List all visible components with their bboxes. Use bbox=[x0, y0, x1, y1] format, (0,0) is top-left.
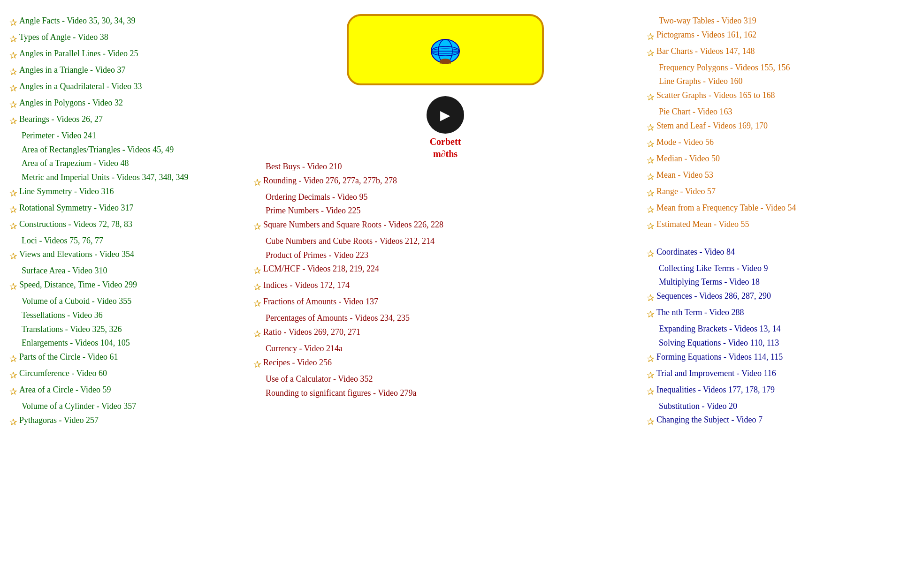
list-item: ✰Types of Angle - Video 38 bbox=[9, 30, 244, 47]
item-text: Indices - Videos 172, 174 bbox=[263, 279, 350, 293]
list-item: ✰Square Numbers and Square Roots - Video… bbox=[253, 218, 637, 234]
star-icon: ✰ bbox=[253, 175, 261, 190]
corbett-text: Corbett bbox=[430, 136, 461, 147]
list-item: ✰Recipes - Video 256 bbox=[253, 356, 637, 372]
list-item: ✰Indices - Videos 172, 174 bbox=[253, 279, 637, 295]
item-text: Area of a Trapezium - Video 48 bbox=[22, 157, 129, 171]
item-text: Collecting Like Terms - Video 9 bbox=[659, 262, 768, 276]
item-text: Frequency Polygons - Videos 155, 156 bbox=[659, 61, 790, 75]
list-item: ✰Sequences - Videos 286, 287, 290 bbox=[647, 289, 891, 306]
right-column: Two-way Tables - Video 319✰Pictograms - … bbox=[647, 14, 891, 430]
list-item: ✰Angles in a Quadrilateral - Video 33 bbox=[9, 80, 244, 96]
item-text: Tessellations - Video 36 bbox=[22, 309, 103, 323]
maths-text: m∂ths bbox=[433, 149, 458, 159]
list-item: ✰Pictograms - Videos 161, 162 bbox=[647, 28, 891, 45]
list-item: ✰Constructions - Videos 72, 78, 83 bbox=[9, 218, 244, 234]
list-item: ✰Rounding - Video 276, 277a, 277b, 278 bbox=[253, 174, 637, 190]
logo-circle bbox=[427, 96, 464, 134]
star-icon: ✰ bbox=[253, 219, 261, 234]
list-item: Prime Numbers - Video 225 bbox=[253, 204, 637, 218]
yellow-box bbox=[347, 14, 544, 85]
item-text: The nth Term - Video 288 bbox=[656, 306, 744, 320]
star-icon: ✰ bbox=[647, 45, 655, 61]
list-item: ✰Angles in a Triangle - Video 37 bbox=[9, 63, 244, 80]
star-icon: ✰ bbox=[9, 202, 17, 218]
list-item: ✰Mode - Video 56 bbox=[647, 136, 891, 152]
main-layout: ✰Angle Facts - Video 35, 30, 34, 39✰Type… bbox=[9, 14, 891, 430]
list-item: Pie Chart - Video 163 bbox=[647, 105, 891, 119]
item-text: Loci - Videos 75, 76, 77 bbox=[22, 234, 103, 248]
page-wrapper: ✰Angle Facts - Video 35, 30, 34, 39✰Type… bbox=[9, 14, 891, 430]
star-icon: ✰ bbox=[647, 136, 655, 152]
star-icon: ✰ bbox=[647, 246, 655, 262]
list-item: Currency - Video 214a bbox=[253, 342, 637, 356]
star-icon: ✰ bbox=[9, 415, 17, 430]
item-text: LCM/HCF - Videos 218, 219, 224 bbox=[263, 262, 379, 276]
right-top-section: Two-way Tables - Video 319✰Pictograms - … bbox=[647, 14, 891, 234]
list-item: ✰Line Symmetry - Video 316 bbox=[9, 185, 244, 201]
item-text: Sequences - Videos 286, 287, 290 bbox=[656, 289, 771, 303]
item-text: Range - Video 57 bbox=[656, 185, 716, 199]
list-item: Solving Equations - Video 110, 113 bbox=[647, 336, 891, 350]
list-item: ✰Median - Video 50 bbox=[647, 152, 891, 168]
list-item: ✰Views and Elevations - Video 354 bbox=[9, 248, 244, 264]
item-text: Inequalities - Videos 177, 178, 179 bbox=[656, 383, 775, 397]
center-section: Corbettm∂ths bbox=[249, 14, 642, 160]
item-text: Line Symmetry - Video 316 bbox=[19, 185, 114, 199]
star-icon: ✰ bbox=[9, 384, 17, 400]
list-item: Perimeter - Video 241 bbox=[9, 129, 244, 143]
star-icon: ✰ bbox=[9, 219, 17, 234]
star-icon: ✰ bbox=[253, 357, 261, 372]
star-icon: ✰ bbox=[9, 113, 17, 129]
item-text: Prime Numbers - Video 225 bbox=[266, 204, 361, 218]
item-text: Use of a Calculator - Video 352 bbox=[266, 372, 373, 386]
list-item: ✰Pythagoras - Video 257 bbox=[9, 414, 244, 430]
list-item: Loci - Videos 75, 76, 77 bbox=[9, 234, 244, 248]
item-text: Substitution - Video 20 bbox=[659, 400, 737, 414]
star-icon: ✰ bbox=[9, 351, 17, 367]
item-text: Volume of a Cylinder - Video 357 bbox=[22, 400, 136, 414]
item-text: Trial and Improvement - Video 116 bbox=[656, 367, 776, 381]
list-item: ✰Trial and Improvement - Video 116 bbox=[647, 367, 891, 383]
list-item: ✰Fractions of Amounts - Video 137 bbox=[253, 295, 637, 311]
list-item: ✰Mean from a Frequency Table - Video 54 bbox=[647, 201, 891, 218]
star-icon: ✰ bbox=[9, 279, 17, 294]
item-text: Multiplying Terms - Video 18 bbox=[659, 275, 760, 289]
star-icon: ✰ bbox=[647, 307, 655, 322]
list-item: Rounding to significant figures - Video … bbox=[253, 386, 637, 400]
list-item: ✰Changing the Subject - Video 7 bbox=[647, 413, 891, 430]
list-item: Volume of a Cylinder - Video 357 bbox=[9, 400, 244, 414]
list-item: ✰The nth Term - Video 288 bbox=[647, 306, 891, 322]
star-icon: ✰ bbox=[253, 279, 261, 295]
list-item: Best Buys - Video 210 bbox=[253, 160, 637, 174]
item-text: Surface Area - Video 310 bbox=[22, 264, 107, 278]
item-text: Pythagoras - Video 257 bbox=[19, 414, 99, 428]
list-item: ✰Parts of the Circle - Video 61 bbox=[9, 350, 244, 367]
list-item: Enlargements - Videos 104, 105 bbox=[9, 336, 244, 350]
item-text: Bar Charts - Videos 147, 148 bbox=[656, 45, 755, 59]
star-icon: ✰ bbox=[9, 31, 17, 47]
item-text: Area of a Circle - Video 59 bbox=[19, 383, 111, 397]
list-item: ✰Angles in Parallel Lines - Video 25 bbox=[9, 47, 244, 63]
star-icon: ✰ bbox=[9, 48, 17, 63]
item-text: Mean - Video 53 bbox=[656, 168, 713, 182]
star-icon: ✰ bbox=[9, 186, 17, 201]
item-text: Rounding to significant figures - Video … bbox=[266, 386, 417, 400]
list-item: ✰Ratio - Videos 269, 270, 271 bbox=[253, 325, 637, 342]
list-item: Frequency Polygons - Videos 155, 156 bbox=[647, 61, 891, 75]
item-text: Angles in a Triangle - Video 37 bbox=[19, 63, 126, 77]
list-item: Metric and Imperial Units - Videos 347, … bbox=[9, 171, 244, 185]
star-icon: ✰ bbox=[9, 64, 17, 80]
list-item: Surface Area - Video 310 bbox=[9, 264, 244, 278]
list-item: ✰Area of a Circle - Video 59 bbox=[9, 383, 244, 400]
list-item: Ordering Decimals - Video 95 bbox=[253, 190, 637, 204]
list-item: ✰Rotational Symmetry - Video 317 bbox=[9, 201, 244, 218]
item-text: Forming Equations - Videos 114, 115 bbox=[656, 350, 783, 364]
item-text: Ratio - Videos 269, 270, 271 bbox=[263, 325, 360, 339]
item-text: Changing the Subject - Video 7 bbox=[656, 413, 763, 427]
logo-text: Corbettm∂ths bbox=[427, 136, 464, 160]
item-text: Cube Numbers and Cube Roots - Videos 212… bbox=[266, 234, 435, 249]
list-item: Collecting Like Terms - Video 9 bbox=[647, 262, 891, 276]
star-icon: ✰ bbox=[9, 368, 17, 383]
item-text: Recipes - Video 256 bbox=[263, 356, 332, 370]
